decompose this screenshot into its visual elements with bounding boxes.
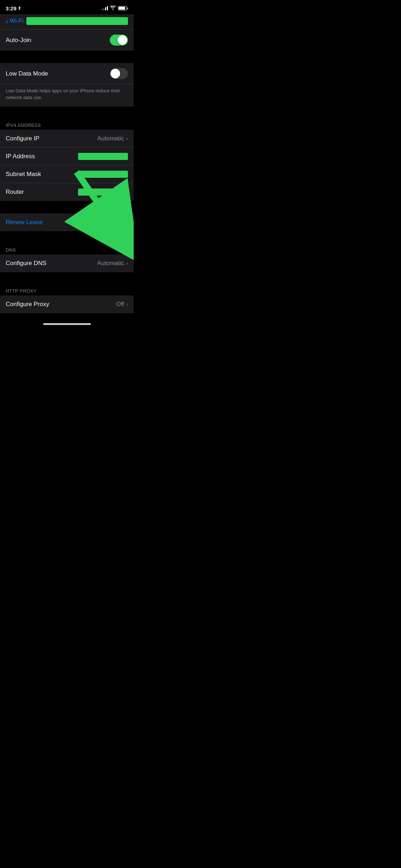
back-chevron-icon: ‹ bbox=[6, 17, 8, 25]
subnet-mask-label: Subnet Mask bbox=[6, 171, 41, 178]
configure-ip-value: Automatic bbox=[97, 135, 124, 142]
http-proxy-section-header: HTTP PROXY bbox=[6, 288, 37, 294]
ipv4-section-header-container: IPV4 ADDRESS bbox=[0, 119, 134, 130]
dns-section: Configure DNS Automatic › bbox=[0, 254, 134, 272]
auto-join-section: Auto-Join bbox=[0, 30, 134, 51]
status-icons bbox=[102, 5, 128, 11]
ip-address-bar bbox=[78, 153, 128, 160]
ip-address-label: IP Address bbox=[6, 153, 35, 160]
router-label: Router bbox=[6, 188, 24, 196]
configure-dns-row[interactable]: Configure DNS Automatic › bbox=[0, 254, 134, 272]
ipv4-section: Configure IP Automatic › IP Address Subn… bbox=[0, 130, 134, 201]
configure-ip-value-container: Automatic › bbox=[97, 135, 128, 142]
time-display: 3:29 ⬆ bbox=[6, 5, 21, 11]
battery-icon bbox=[118, 6, 128, 10]
http-proxy-section: Configure Proxy Off › bbox=[0, 295, 134, 313]
back-label: Wi-Fi bbox=[10, 17, 24, 25]
network-name-bar bbox=[26, 17, 128, 25]
home-bar bbox=[43, 323, 91, 325]
renew-lease-row[interactable]: Renew Lease bbox=[0, 213, 134, 231]
configure-dns-value-container: Automatic › bbox=[97, 260, 128, 267]
dns-section-header: DNS bbox=[6, 247, 16, 253]
subnet-mask-row: Subnet Mask bbox=[0, 165, 134, 183]
subnet-mask-bar bbox=[78, 171, 128, 178]
configure-dns-label: Configure DNS bbox=[6, 260, 46, 267]
configure-ip-label: Configure IP bbox=[6, 135, 40, 142]
configure-dns-value: Automatic bbox=[97, 260, 124, 267]
dns-section-header-container: DNS bbox=[0, 244, 134, 254]
configure-proxy-value: Off bbox=[116, 301, 124, 308]
renew-lease-button[interactable]: Renew Lease bbox=[6, 219, 43, 226]
location-arrow-icon: ⬆ bbox=[18, 6, 21, 11]
configure-ip-chevron-icon: › bbox=[126, 136, 128, 141]
auto-join-toggle[interactable] bbox=[110, 35, 128, 46]
signal-icon bbox=[102, 6, 108, 10]
low-data-mode-toggle[interactable] bbox=[110, 68, 128, 79]
low-data-description: Low Data Mode helps apps on your iPhone … bbox=[6, 88, 120, 100]
router-row: Router bbox=[0, 183, 134, 201]
configure-proxy-value-container: Off › bbox=[116, 301, 128, 308]
low-data-mode-row: Low Data Mode bbox=[0, 63, 134, 84]
configure-proxy-label: Configure Proxy bbox=[6, 301, 49, 308]
nav-header: ‹ Wi-Fi bbox=[0, 14, 134, 30]
auto-join-label: Auto-Join bbox=[6, 37, 31, 44]
configure-dns-chevron-icon: › bbox=[126, 260, 128, 266]
http-proxy-section-header-container: HTTP PROXY bbox=[0, 285, 134, 295]
wifi-icon bbox=[110, 5, 116, 11]
back-button[interactable]: ‹ Wi-Fi bbox=[6, 17, 24, 25]
home-indicator bbox=[0, 320, 134, 327]
auto-join-row: Auto-Join bbox=[0, 30, 134, 51]
configure-proxy-chevron-icon: › bbox=[126, 301, 128, 307]
low-data-mode-label: Low Data Mode bbox=[6, 70, 48, 77]
ipv4-section-header: IPV4 ADDRESS bbox=[6, 123, 41, 128]
renew-lease-section: Renew Lease bbox=[0, 213, 134, 231]
status-bar: 3:29 ⬆ bbox=[0, 0, 134, 14]
low-data-mode-section: Low Data Mode Low Data Mode helps apps o… bbox=[0, 63, 134, 107]
low-data-description-container: Low Data Mode helps apps on your iPhone … bbox=[0, 84, 134, 107]
configure-proxy-row[interactable]: Configure Proxy Off › bbox=[0, 295, 134, 313]
router-bar bbox=[78, 188, 128, 196]
ip-address-row: IP Address bbox=[0, 148, 134, 165]
configure-ip-row[interactable]: Configure IP Automatic › bbox=[0, 130, 134, 148]
